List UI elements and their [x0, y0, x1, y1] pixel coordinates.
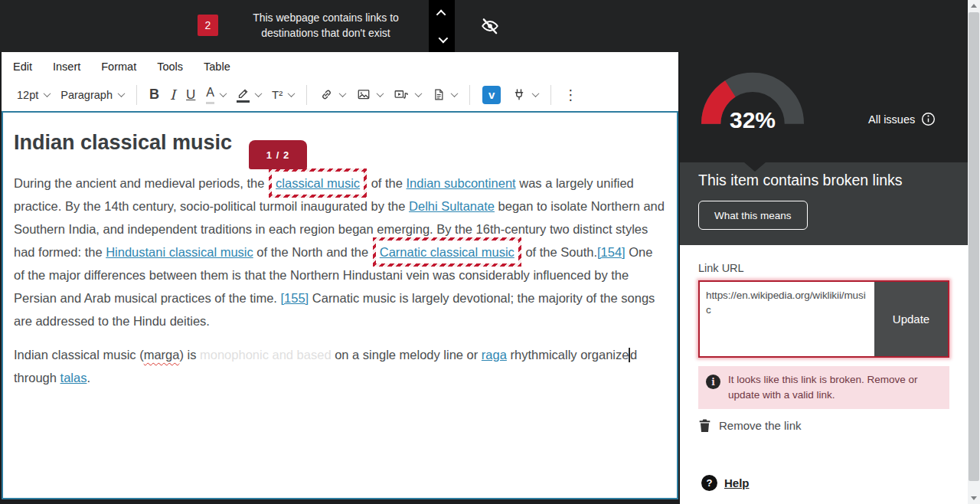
issue-description-section: This item contains broken links What thi…: [680, 162, 968, 245]
toolbar-divider: [469, 85, 470, 105]
warning-text: It looks like this link is broken. Remov…: [728, 372, 942, 403]
link-fix-section: Link URL https://en.wikipedia.org/wiklik…: [680, 245, 968, 504]
text-color-icon: A: [206, 86, 214, 104]
text-color-dropdown[interactable]: A: [203, 84, 229, 106]
chevron-down-icon: [415, 90, 423, 97]
chevron-down-icon: [451, 90, 459, 97]
superscript-dropdown[interactable]: T²: [269, 87, 297, 103]
score-section: 32% All issues: [680, 0, 968, 162]
font-size-dropdown[interactable]: 12pt: [14, 87, 53, 103]
insert-image-dropdown[interactable]: [353, 86, 386, 103]
issue-count-badge: 2: [198, 15, 218, 36]
update-button[interactable]: Update: [874, 282, 948, 356]
text-link[interactable]: talas: [60, 371, 87, 385]
editor-menubar: Edit Insert Format Tools Table: [2, 52, 678, 78]
insert-stuff-icon: v: [482, 86, 501, 104]
toolbar-divider: [306, 85, 307, 105]
text-link[interactable]: Hindustani classical music: [106, 245, 253, 259]
scrollbar-thumb[interactable]: [969, 12, 979, 481]
chevron-up-icon: [436, 9, 446, 19]
eye-off-icon: [480, 16, 500, 36]
link-url-combo: https://en.wikipedia.org/wiklikii/music …: [698, 280, 949, 358]
misspelled-word: marga: [144, 348, 180, 362]
overflow-menu-button[interactable]: ⋮: [560, 85, 580, 105]
chevron-down-icon: [288, 90, 296, 97]
vertical-scrollbar[interactable]: [968, 0, 980, 504]
question-mark-icon: ?: [701, 475, 717, 491]
text-run: .: [87, 371, 90, 385]
insert-document-dropdown[interactable]: [429, 86, 460, 103]
previous-issue-button[interactable]: [429, 0, 455, 26]
broken-link[interactable]: classical music: [269, 169, 367, 198]
text-run: During the ancient and medieval periods,…: [14, 176, 268, 190]
bold-button[interactable]: B: [146, 85, 162, 104]
highlight-color-dropdown[interactable]: [234, 86, 264, 104]
italic-button[interactable]: I: [167, 85, 178, 104]
scroll-down-button[interactable]: [968, 493, 980, 504]
document-title: Indian classical music: [14, 131, 666, 155]
text-run: rhythmically organize: [507, 348, 629, 362]
rich-text-editor: Edit Insert Format Tools Table 12pt Para…: [2, 52, 678, 499]
text-link[interactable]: [154]: [597, 245, 626, 259]
text-run: of the North and the: [253, 245, 372, 259]
menu-tools[interactable]: Tools: [157, 61, 183, 78]
help-label: Help: [724, 476, 750, 489]
text-run: of the: [368, 176, 406, 190]
insert-link-dropdown[interactable]: [316, 86, 348, 103]
all-issues-link[interactable]: All issues: [868, 112, 936, 126]
accessibility-panel: 32% All issues This item contains broken…: [680, 0, 968, 504]
trash-icon: [698, 418, 711, 433]
link-url-label: Link URL: [698, 262, 744, 274]
scroll-up-button[interactable]: [968, 0, 980, 11]
menu-format[interactable]: Format: [101, 61, 136, 78]
info-icon: [921, 112, 936, 126]
image-icon: [356, 87, 371, 102]
alert-message-line2: destinations that don't exist: [243, 25, 408, 41]
next-issue-button[interactable]: [429, 26, 455, 52]
menu-insert[interactable]: Insert: [53, 61, 80, 78]
chevron-down-icon: [438, 33, 448, 43]
text-link[interactable]: raga: [482, 348, 507, 362]
chevron-down-icon: [44, 90, 51, 97]
all-issues-label: All issues: [868, 113, 915, 126]
broken-link-warning: i It looks like this link is broken. Rem…: [698, 366, 949, 409]
chevron-down-icon: [220, 90, 227, 97]
broken-link-text: Carnatic classical music: [376, 241, 518, 263]
text-run: Indian classical music (: [14, 348, 144, 362]
toolbar-divider: [136, 85, 137, 105]
plug-icon: [511, 87, 527, 103]
toolbar-divider: [550, 85, 551, 105]
what-this-means-button[interactable]: What this means: [698, 201, 808, 230]
triangle-up-icon: [971, 4, 977, 8]
remove-link-button[interactable]: Remove the link: [698, 418, 802, 433]
text-link[interactable]: Delhi Sultanate: [409, 199, 495, 213]
remove-link-label: Remove the link: [719, 419, 802, 432]
editor-content-area[interactable]: 1 / 2 Indian classical music During the …: [2, 111, 678, 499]
paragraph-format-dropdown[interactable]: Paragraph: [57, 87, 127, 103]
text-run: of the South.: [522, 245, 597, 259]
link-icon: [319, 87, 334, 102]
menu-edit[interactable]: Edit: [13, 61, 32, 78]
hide-highlights-button[interactable]: [480, 16, 500, 36]
link-url-input[interactable]: https://en.wikipedia.org/wiklikii/music: [700, 282, 874, 356]
issue-position-badge: 1 / 2: [249, 140, 307, 169]
underline-button[interactable]: U: [183, 86, 198, 104]
alert-message: This webpage contains links to destinati…: [243, 10, 408, 41]
insert-media-dropdown[interactable]: [390, 86, 424, 103]
plugins-dropdown[interactable]: [508, 86, 541, 104]
broken-link[interactable]: Carnatic classical music: [373, 237, 521, 267]
help-link[interactable]: ? Help: [701, 475, 750, 491]
triangle-down-icon: [971, 496, 977, 500]
paragraph: During the ancient and medieval periods,…: [14, 172, 666, 332]
editor-toolbar: 12pt Paragraph B I U A T²: [2, 78, 678, 111]
low-contrast-text: monophonic and based: [200, 348, 332, 362]
text-link[interactable]: Indian subcontinent: [407, 176, 516, 190]
text-link[interactable]: [155]: [281, 291, 309, 305]
chevron-down-icon: [118, 90, 126, 97]
chevron-down-icon: [532, 90, 540, 97]
menu-table[interactable]: Table: [204, 61, 230, 78]
paragraph: Indian classical music (marga) is monoph…: [14, 343, 666, 389]
score-value: 32%: [695, 107, 810, 133]
insert-stuff-button[interactable]: v: [479, 84, 504, 106]
info-icon: i: [706, 375, 720, 389]
